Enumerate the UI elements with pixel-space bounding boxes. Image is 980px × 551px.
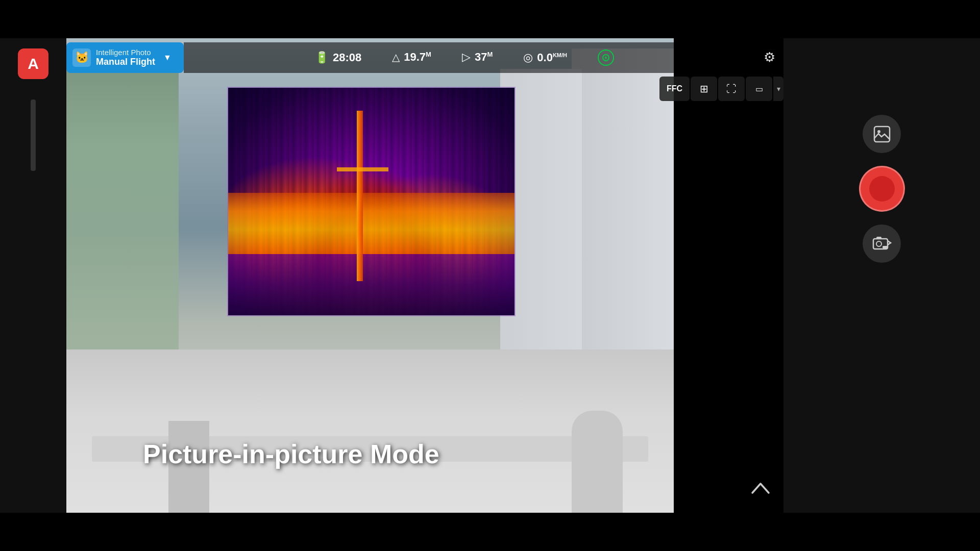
svg-point-3 [876,241,881,246]
gallery-icon [873,125,891,143]
left-panel: A [0,38,66,513]
flight-mode-dropdown-arrow: ▼ [163,53,172,62]
layout-icon-1: ⊞ [700,83,708,95]
app-logo[interactable]: A [18,48,48,79]
left-side-tab[interactable] [31,99,36,171]
flight-mode-label: Intelligent Photo [96,48,155,57]
flight-mode-text: Intelligent Photo Manual Flight [96,48,155,67]
top-black-bar [0,0,980,38]
camera-switch-icon [872,234,892,254]
flight-mode-icon: 🐱 [72,48,91,67]
distance-icon: ▷ [462,51,471,64]
altitude-unit: M [426,51,431,58]
svg-rect-5 [883,246,888,248]
building-right-1 [572,48,674,355]
battery-status: 🔋 28:08 [315,51,361,64]
gps-inner-ring [602,54,609,61]
layout-button-1[interactable]: ⊞ [691,77,717,101]
top-bar: 🐱 Intelligent Photo Manual Flight ▼ 🔋 28… [66,38,783,77]
camera-switch-button[interactable] [863,224,901,263]
svg-rect-4 [876,237,881,239]
layout-button-2[interactable]: ⛶ [718,77,745,101]
layout-button-3[interactable]: ▭ [746,77,772,101]
gps-status [598,49,614,66]
gps-icon [598,49,614,66]
chevron-up-icon [750,481,771,496]
bridge [66,349,674,513]
layout-dropdown-arrow[interactable]: ▾ [773,77,783,101]
flight-mode-sublabel: Manual Flight [96,57,155,67]
right-toolbar: FFC ⊞ ⛶ ▭ ▾ [659,77,783,101]
ffc-button[interactable]: FFC [659,77,690,101]
distance-status: ▷ 37M [462,51,493,64]
record-inner [869,176,895,202]
right-panel [783,38,980,513]
layout-icon-3: ▭ [755,84,763,94]
settings-button[interactable]: ⚙ [755,43,783,71]
distance-unit: M [487,51,493,58]
status-area: 🔋 28:08 △ 19.7M ▷ 37M ◎ 0.0KM/H [184,42,745,73]
main-camera-view: Picture-in-picture Mode [66,38,674,513]
altitude-value: 19.7M [404,51,431,64]
svg-point-1 [877,130,880,133]
thermal-pip-overlay [227,87,516,316]
flight-mode-emoji: 🐱 [75,51,89,64]
flight-mode-button[interactable]: 🐱 Intelligent Photo Manual Flight ▼ [66,42,184,73]
distance-value: 37M [475,51,493,64]
logo-letter: A [28,55,39,72]
svg-rect-0 [874,127,890,142]
gps-dot [605,57,607,59]
pip-mode-label: Picture-in-picture Mode [133,434,450,474]
thermal-hot-zone [228,193,514,254]
thermal-bottom-zone [228,254,514,315]
chevron-up-button[interactable] [750,481,771,500]
altitude-icon: △ [392,51,400,63]
gallery-button[interactable] [863,115,901,153]
settings-icon: ⚙ [764,49,775,65]
building-left [66,54,179,360]
thermal-arm [337,167,388,171]
battery-icon: 🔋 [315,51,329,64]
bottom-black-bar [0,513,980,551]
layout-icon-2: ⛶ [726,83,737,95]
speed-status: ◎ 0.0KM/H [523,51,567,64]
speed-value: 0.0KM/H [537,51,567,64]
record-button[interactable] [859,166,905,212]
speed-icon: ◎ [523,51,533,64]
speed-unit: KM/H [553,52,567,58]
thermal-pole [357,111,363,282]
altitude-status: △ 19.7M [392,51,431,64]
battery-value: 28:08 [333,51,361,64]
bridge-support-2 [572,411,623,513]
